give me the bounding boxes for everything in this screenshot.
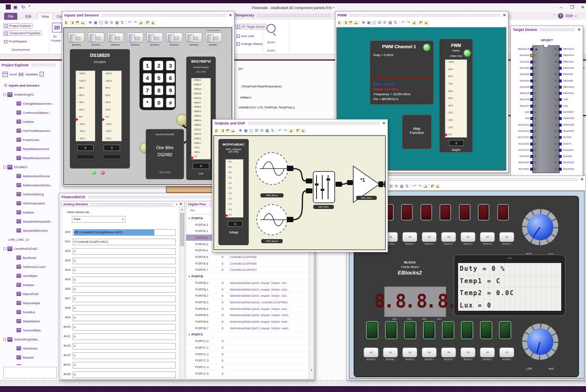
settings-icon[interactable]: ⚙ bbox=[109, 20, 114, 25]
analog-row-value-6[interactable]: 0 bbox=[73, 286, 176, 293]
zoom-icon[interactable] bbox=[267, 24, 276, 33]
analog-row-value-8[interactable]: 0 bbox=[73, 305, 176, 312]
tree-item-getdevicecount[interactable]: GetDeviceCount bbox=[0, 262, 60, 271]
panel-icon[interactable]: ◫ bbox=[371, 20, 377, 25]
ldr-knob[interactable] bbox=[522, 324, 558, 360]
copy-icon[interactable]: ◧ bbox=[64, 20, 69, 25]
pin-label-rb0-an12[interactable]: RB0/AN12 bbox=[563, 92, 574, 95]
pin-row-portc-3[interactable]: PORTC.30 bbox=[186, 357, 309, 364]
pin-label-rb7-an13[interactable]: RB7/AN13 bbox=[563, 48, 574, 51]
close-icon[interactable]: ✕ bbox=[577, 28, 581, 32]
pin-label-rb2-an8[interactable]: RB2/AN8 bbox=[563, 80, 573, 83]
toggle-switch--portb-0[interactable] bbox=[68, 33, 85, 42]
swap-icon[interactable]: ⇅ bbox=[120, 20, 125, 25]
pwm-slider-panel[interactable]: PWM PWM1 (PWM CH1) 100.090.080.070.060.0… bbox=[439, 39, 473, 153]
pin-label-re3-mclr[interactable]: RE3/MCLR bbox=[511, 48, 529, 51]
analog-row-value-11[interactable]: 0 bbox=[73, 333, 176, 340]
expander-icon[interactable]: ▾ bbox=[189, 333, 190, 336]
settings-icon[interactable]: ⚙ bbox=[394, 183, 399, 189]
tree-item-scanbus[interactable]: ScanBus bbox=[0, 307, 60, 317]
expander-icon[interactable]: – bbox=[3, 338, 6, 341]
grid-icon[interactable]: ⊞ bbox=[377, 20, 382, 25]
tree-item-initialise[interactable]: Initialise bbox=[0, 117, 60, 126]
keypad-key-1[interactable]: 1 bbox=[143, 61, 152, 70]
sidebar-tab-variables[interactable]: Variables bbox=[25, 73, 38, 76]
ribbon-item--d-target-device[interactable]: 2D Target Device bbox=[235, 24, 267, 29]
paste-alt-icon[interactable]: ⬓ bbox=[80, 20, 85, 25]
toggle-switch--portb-4[interactable] bbox=[146, 33, 163, 42]
pin-row-portb-4[interactable]: PORTB.40SwitchArraySlider1(pin4), keypad… bbox=[186, 306, 309, 312]
ribbon-item-icon-lists[interactable]: Icon Lists bbox=[235, 34, 255, 38]
tree-item-inputs-and-sensors[interactable]: ⧉Inputs and Sensors bbox=[0, 81, 60, 90]
pin-label-ra7-osc1[interactable]: RA7/OSC1 bbox=[511, 124, 529, 127]
pin-label-vss[interactable]: VSS bbox=[511, 117, 529, 120]
paste-icon[interactable]: ⬒ bbox=[348, 20, 353, 25]
board-switch--portb-1[interactable]: Off bbox=[383, 347, 398, 357]
add-component-icon[interactable]: ✚ bbox=[238, 128, 243, 133]
undo-icon[interactable]: ↶ bbox=[277, 128, 283, 133]
keypad-key-9[interactable]: 9 bbox=[166, 85, 175, 95]
pin-label-rd7-psp7[interactable]: RD7/PSP7 bbox=[563, 111, 574, 114]
restore-button[interactable]: ❐ bbox=[570, 5, 574, 9]
tree-item-readall[interactable]: ReadAll bbox=[0, 353, 60, 362]
pin-label-rb4-an10[interactable]: RB4/AN10 bbox=[563, 67, 574, 70]
keypad-key-hash[interactable]: # bbox=[166, 98, 175, 108]
ribbon-item-find-replace[interactable]: Find/Replace bbox=[3, 39, 28, 44]
tree-item-skipaddress[interactable]: SkipAddress bbox=[0, 317, 60, 326]
rotate-right-icon[interactable]: ⬕ bbox=[301, 128, 306, 133]
board-switch--portb-5[interactable]: Off bbox=[461, 347, 475, 357]
analog-row-value-15[interactable]: 0 bbox=[73, 371, 176, 378]
pot-knob[interactable] bbox=[522, 209, 558, 245]
pin-row-porta-6[interactable]: PORTA.60ComboBL0114(PinA6) bbox=[186, 261, 309, 267]
analog-row-value-5[interactable]: 0 bbox=[73, 277, 176, 283]
pin-label-rc6-tx[interactable]: RC6/TX bbox=[563, 143, 572, 146]
app-bottom-strip[interactable] bbox=[0, 380, 586, 386]
scroll-right-icon[interactable]: › bbox=[583, 58, 584, 61]
window-titlebar[interactable]: Outputs and DSP ✕ bbox=[213, 120, 388, 127]
tree-item-getserialstring[interactable]: GetSerialString bbox=[0, 190, 60, 199]
icons-grid-icon[interactable] bbox=[2, 72, 8, 77]
pin-label-ra6-osc2[interactable]: RA6/OSC2 bbox=[511, 130, 529, 133]
pin-label-ra0-an0[interactable]: RA0/AN0 bbox=[511, 54, 529, 57]
scroll-up-icon[interactable]: ▴ bbox=[583, 66, 585, 69]
close-icon[interactable]: ✕ bbox=[503, 13, 506, 17]
tree-item-getidbyte[interactable]: GetIDByte bbox=[0, 271, 60, 280]
expander-icon[interactable]: – bbox=[3, 247, 6, 250]
analog-row-value-12[interactable]: 0 bbox=[73, 343, 176, 350]
settings-icon[interactable]: ⚙ bbox=[382, 20, 388, 25]
tree-item-changemeasuremen-[interactable]: ChangeMeasuremen... bbox=[0, 99, 60, 108]
style-button[interactable]: Style bbox=[565, 14, 573, 18]
pin-row-portc-2[interactable]: PORTC.20 bbox=[186, 351, 309, 358]
copy-icon[interactable]: ◧ bbox=[214, 128, 220, 133]
keypad-key-0[interactable]: 0 bbox=[154, 98, 163, 108]
tree-item-onetimemeasurem-[interactable]: OneTimeMeasurem... bbox=[0, 126, 60, 135]
pin-label-vdd[interactable]: VDD bbox=[511, 111, 529, 114]
pin-row-portc-0[interactable]: PORTC.00 bbox=[186, 338, 309, 345]
copy-alt-icon[interactable]: ◨ bbox=[69, 20, 75, 25]
grid-icon[interactable]: ⊞ bbox=[104, 20, 109, 25]
board-switch--portb-0[interactable]: Off bbox=[364, 347, 378, 357]
pin-label-rd3-psp3[interactable]: RD3/PSP3 bbox=[563, 161, 574, 164]
ribbon-item-project-explorer[interactable]: Project Explorer bbox=[3, 23, 33, 28]
tree-item-onewireds2482[interactable]: –OneWireDS2482 bbox=[0, 244, 60, 253]
tree-item-gethandle[interactable]: GetHandle bbox=[0, 344, 60, 353]
rotate-right-icon[interactable]: ⬕ bbox=[151, 20, 156, 25]
close-icon[interactable]: ✕ bbox=[382, 121, 385, 125]
undo-icon[interactable]: ↶ bbox=[412, 183, 417, 189]
pin-label-rc5-sdo[interactable]: RC5/SDO bbox=[563, 149, 573, 152]
pin-label-re2-an7[interactable]: RE2/AN7 bbox=[511, 105, 529, 108]
expander-icon[interactable]: – bbox=[3, 166, 6, 169]
copy-icon[interactable]: ◧ bbox=[337, 20, 343, 25]
analog-row-value-13[interactable]: 0 bbox=[73, 352, 176, 359]
analog-row-value-2[interactable]: 0 bbox=[73, 248, 176, 255]
tree-item-sampleaddressedd-[interactable]: SampleAddressedD... bbox=[0, 217, 60, 226]
pin-label-ra2-an2[interactable]: RA2/AN2 bbox=[511, 67, 529, 70]
pin-label-rb3-an9[interactable]: RB3/AN9 bbox=[563, 73, 573, 76]
tab-file[interactable]: File bbox=[4, 13, 17, 20]
grid-icon[interactable]: ⊞ bbox=[388, 183, 394, 189]
analog-pane-header[interactable]: Analog Window ▾ ✕ bbox=[61, 201, 184, 207]
rotate-left-icon[interactable]: ◩ bbox=[430, 183, 435, 189]
pin-label-rc4-sdi[interactable]: RC4/SDI bbox=[563, 155, 572, 158]
board-switch--porta-5[interactable]: Off bbox=[461, 232, 475, 242]
tree-item-addressspecificdev-[interactable]: AddressSpecificDev... bbox=[0, 181, 60, 190]
